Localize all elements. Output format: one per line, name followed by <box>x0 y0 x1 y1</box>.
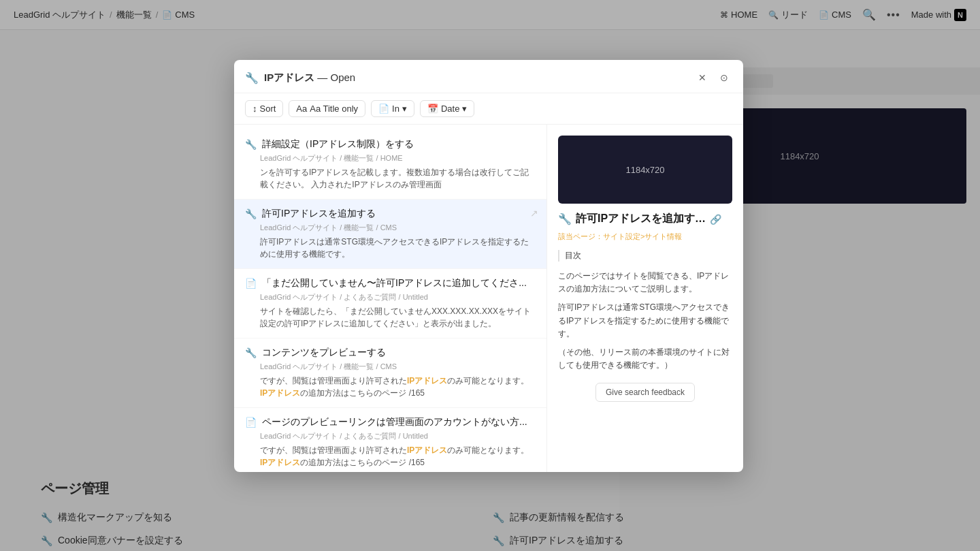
result-arrow-2: ↗ <box>530 208 538 219</box>
preview-wrench-icon: 🔧 <box>558 212 572 225</box>
sort-filter-button[interactable]: ↕ Sort <box>245 100 283 117</box>
chevron-down-icon: ▾ <box>402 104 407 114</box>
result-icon-1: 🔧 <box>245 139 257 150</box>
preview-body: このページではサイトを閲覧できる、IPアドレスの追加方法についてご説明します。 … <box>558 270 732 372</box>
modal-header-wrench-icon: 🔧 <box>245 72 259 84</box>
result-title-1: 詳細設定（IPアドレス制限）をする <box>262 138 536 151</box>
preview-panel[interactable]: 1184x720 🔧 許可IPアドレスを追加す… 🔗 該当ページ：サイト設定>サ… <box>547 125 743 472</box>
title-icon: Aa <box>296 104 307 114</box>
results-panel[interactable]: 🔧 詳細設定（IPアドレス制限）をする LeadGrid ヘルプサイト / 機能… <box>234 125 547 472</box>
result-path-4: LeadGrid ヘルプサイト / 機能一覧 / CMS <box>245 362 536 372</box>
preview-breadcrumb: 該当ページ：サイト設定>サイト情報 <box>558 232 732 242</box>
result-path-5: LeadGrid ヘルプサイト / よくあるご質問 / Untitled <box>245 431 536 441</box>
preview-para-3: （その他、リリース前の本番環境のサイトに対しても使用できる機能です。） <box>558 346 732 372</box>
date-filter-button[interactable]: 📅 Date ▾ <box>420 100 474 117</box>
result-path-2: LeadGrid ヘルプサイト / 機能一覧 / CMS <box>245 223 536 233</box>
result-title-4: コンテンツをプレビューする <box>262 347 536 359</box>
preview-thumbnail: 1184x720 <box>558 136 732 204</box>
result-item-4[interactable]: 🔧 コンテンツをプレビューする LeadGrid ヘルプサイト / 機能一覧 /… <box>234 339 546 408</box>
preview-title: 🔧 許可IPアドレスを追加す… 🔗 <box>558 212 732 226</box>
sort-icon: ↕ <box>252 104 257 114</box>
result-snippet-1: ンを許可するIPアドレスを記載します。複数追加する場合は改行してご記載ください。… <box>245 166 536 191</box>
title-only-filter-button[interactable]: Aa Aa Title only <box>289 100 365 117</box>
filter-bar: ↕ Sort Aa Aa Title only 📄 In ▾ 📅 Date ▾ <box>234 93 743 125</box>
result-snippet-2: 許可IPアドレスは通常STG環境へアクセスできるIPアドレスを指定するために使用… <box>245 236 536 260</box>
result-path-1: LeadGrid ヘルプサイト / 機能一覧 / HOME <box>245 153 536 163</box>
result-item-5[interactable]: 📄 ページのプレビューリンクは管理画面のアカウントがない方... LeadGri… <box>234 408 546 472</box>
preview-para-2: 許可IPアドレスは通常STG環境へアクセスできるIPアドレスを指定するために使用… <box>558 301 732 341</box>
result-item-2[interactable]: 🔧 許可IPアドレスを追加する ↗ LeadGrid ヘルプサイト / 機能一覧… <box>234 200 546 269</box>
result-icon-5: 📄 <box>245 417 257 428</box>
result-path-3: LeadGrid ヘルプサイト / よくあるご質問 / Untitled <box>245 292 536 302</box>
calendar-icon: 📅 <box>427 104 438 114</box>
result-title-2: 許可IPアドレスを追加する <box>262 208 536 220</box>
in-filter-button[interactable]: 📄 In ▾ <box>371 100 414 117</box>
search-modal: 🔧 IPアドレス — Open ✕ ⊙ ↕ Sort Aa Aa Title o… <box>234 60 743 472</box>
preview-link-icon[interactable]: 🔗 <box>710 214 721 225</box>
result-snippet-5: ですが、閲覧は管理画面より許可されたIPアドレスのみ可能となります。IPアドレス… <box>245 444 536 469</box>
modal-close-button[interactable]: ✕ <box>694 69 710 86</box>
chevron-down-icon-date: ▾ <box>462 104 467 114</box>
modal-header-icons: ✕ ⊙ <box>694 69 732 86</box>
result-title-5: ページのプレビューリンクは管理画面のアカウントがない方... <box>262 416 536 428</box>
modal-settings-button[interactable]: ⊙ <box>716 69 732 86</box>
result-snippet-3: サイトを確認したら、「まだ公開していませんXXX.XXX.XX.XXXをサイト設… <box>245 305 536 330</box>
modal-body: 🔧 詳細設定（IPアドレス制限）をする LeadGrid ヘルプサイト / 機能… <box>234 125 743 472</box>
preview-para-1: このページではサイトを閲覧できる、IPアドレスの追加方法についてご説明します。 <box>558 270 732 296</box>
result-snippet-4: ですが、閲覧は管理画面より許可されたIPアドレスのみ可能となります。IPアドレス… <box>245 375 536 399</box>
doc-icon: 📄 <box>378 104 389 114</box>
preview-toc: 目次 <box>558 250 732 262</box>
result-icon-3: 📄 <box>245 278 257 289</box>
result-item-1[interactable]: 🔧 詳細設定（IPアドレス制限）をする LeadGrid ヘルプサイト / 機能… <box>234 130 546 200</box>
feedback-button[interactable]: Give search feedback <box>595 383 695 402</box>
result-icon-2: 🔧 <box>245 208 257 219</box>
result-title-3: 「まだ公開していません〜許可IPアドレスに追加してくださ... <box>262 277 536 289</box>
result-icon-4: 🔧 <box>245 347 257 358</box>
result-item-3[interactable]: 📄 「まだ公開していません〜許可IPアドレスに追加してくださ... LeadGr… <box>234 269 546 339</box>
modal-title: IPアドレス — Open <box>264 72 689 84</box>
modal-header: 🔧 IPアドレス — Open ✕ ⊙ <box>234 60 743 93</box>
